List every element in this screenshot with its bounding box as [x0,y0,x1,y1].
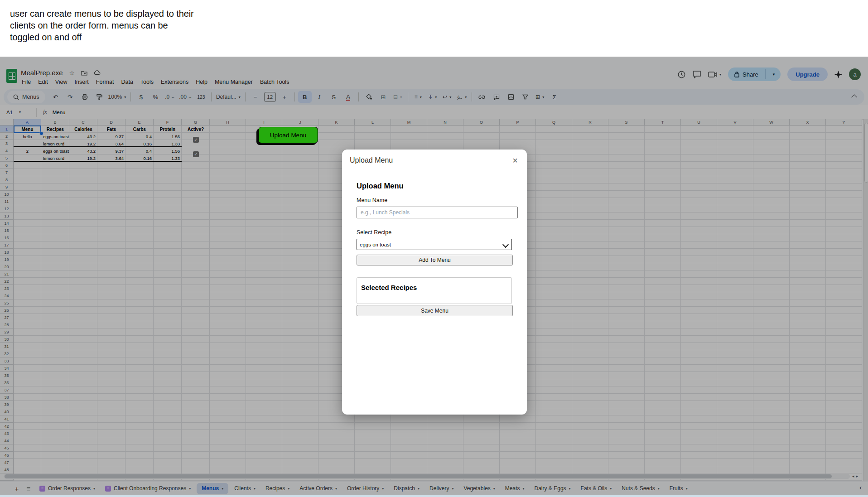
add-to-menu-button[interactable]: Add To Menu [357,255,513,265]
annotation-note: user can create menus to be displayed to… [10,8,194,43]
close-icon[interactable]: × [512,156,518,165]
annotation-line: user can create menus to be displayed to… [10,8,194,19]
annotation-line: toggled on and off [10,31,194,43]
annotation-line: clients on the order form. menus can be [10,19,194,31]
dialog-heading: Upload Menu [357,182,512,190]
menu-name-input[interactable] [357,207,518,218]
menu-name-label: Menu Name [357,197,512,203]
bottom-edge-strip [0,495,868,497]
save-menu-button[interactable]: Save Menu [357,305,513,316]
recipe-select[interactable]: eggs on toast [357,239,512,250]
selected-recipes-panel: Selected Recipes [357,277,512,304]
sheets-app: MealPrep.exe ☆ FileEditViewInsertFormatD… [0,57,868,495]
selected-recipes-heading: Selected Recipes [361,284,507,291]
upload-menu-dialog: Upload Menu × Upload Menu Menu Name Sele… [342,150,527,415]
select-recipe-label: Select Recipe [357,229,512,236]
dialog-title: Upload Menu [350,156,393,164]
